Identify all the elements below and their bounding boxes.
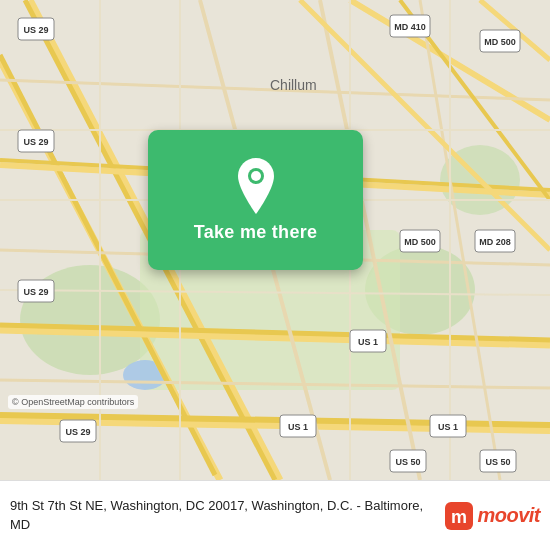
svg-text:US 29: US 29 <box>23 287 48 297</box>
svg-point-61 <box>251 171 261 181</box>
info-bar: 9th St 7th St NE, Washington, DC 20017, … <box>0 480 550 550</box>
svg-text:MD 208: MD 208 <box>479 237 511 247</box>
location-pin-icon <box>232 158 280 214</box>
take-me-there-button[interactable]: Take me there <box>148 130 363 270</box>
svg-text:US 29: US 29 <box>23 25 48 35</box>
svg-text:Chillum: Chillum <box>270 77 317 93</box>
svg-text:m: m <box>451 507 467 527</box>
svg-text:US 29: US 29 <box>65 427 90 437</box>
map-container[interactable]: Chillum US 29 US 29 US 29 US 29 MD 410 M… <box>0 0 550 480</box>
svg-text:US 1: US 1 <box>438 422 458 432</box>
map-attribution: © OpenStreetMap contributors <box>8 395 138 409</box>
svg-text:US 29: US 29 <box>23 137 48 147</box>
svg-text:MD 500: MD 500 <box>484 37 516 47</box>
svg-text:US 1: US 1 <box>288 422 308 432</box>
svg-text:MD 410: MD 410 <box>394 22 426 32</box>
address-text: 9th St 7th St NE, Washington, DC 20017, … <box>10 497 435 533</box>
svg-text:US 1: US 1 <box>358 337 378 347</box>
svg-text:US 50: US 50 <box>485 457 510 467</box>
svg-text:US 50: US 50 <box>395 457 420 467</box>
take-me-there-label: Take me there <box>194 222 318 243</box>
svg-text:MD 500: MD 500 <box>404 237 436 247</box>
moovit-brand-text: moovit <box>477 504 540 527</box>
moovit-logo: m moovit <box>445 502 540 530</box>
moovit-icon: m <box>445 502 473 530</box>
